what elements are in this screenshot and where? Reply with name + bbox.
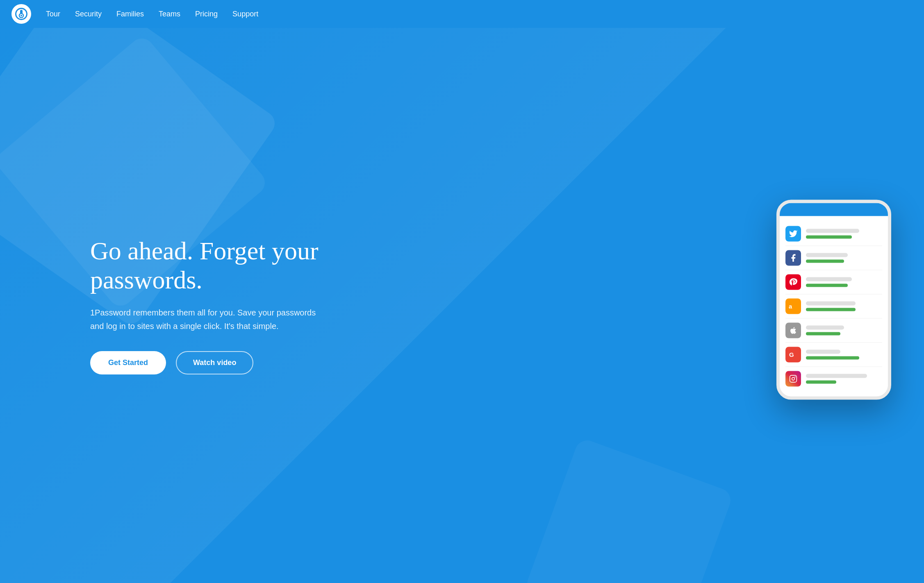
pinterest-details [806,277,882,287]
pinterest-pw-bar [806,284,848,287]
svg-text:G: G [789,351,794,358]
amazon-pw-bar [806,308,856,311]
phone-content: aG [780,216,888,396]
instagram-icon [785,371,801,386]
twitter-pw-bar [806,235,852,238]
hero-section: Go ahead. Forget your passwords. 1Passwo… [0,0,924,583]
password-item-pinterest [785,270,882,294]
watch-video-button[interactable]: Watch video [176,351,253,374]
instagram-name-bar [806,374,867,378]
svg-point-2 [20,15,22,16]
twitter-details [806,229,882,238]
nav-link-support[interactable]: Support [232,10,258,18]
password-item-google: G [785,343,882,367]
password-item-apple [785,318,882,343]
nav-link-families[interactable]: Families [116,10,144,18]
phone-frame: aG [776,200,891,399]
google-icon: G [785,347,801,362]
svg-point-6 [792,377,795,380]
hero-title: Go ahead. Forget your passwords. [90,236,320,295]
geo-decoration-3 [524,437,734,583]
google-name-bar [806,349,840,354]
svg-point-7 [794,376,796,377]
apple-icon [785,322,801,338]
facebook-icon [785,250,801,265]
apple-details [806,325,882,335]
facebook-details [806,253,882,263]
nav-link-pricing[interactable]: Pricing [195,10,218,18]
amazon-name-bar [806,301,856,305]
navbar: TourSecurityFamiliesTeamsPricingSupport [0,0,924,28]
instagram-details [806,374,882,383]
svg-rect-5 [790,375,797,382]
google-pw-bar [806,356,859,359]
password-item-facebook [785,246,882,270]
apple-name-bar [806,325,844,329]
password-item-twitter [785,222,882,246]
twitter-icon [785,226,801,241]
phone-status-bar [780,203,888,216]
apple-pw-bar [806,332,840,335]
nav-links: TourSecurityFamiliesTeamsPricingSupport [46,10,258,18]
twitter-name-bar [806,229,859,233]
nav-link-security[interactable]: Security [75,10,102,18]
nav-link-tour[interactable]: Tour [46,10,60,18]
hero-subtitle: 1Password remembers them all for you. Sa… [90,306,320,333]
amazon-icon: a [785,298,801,314]
facebook-name-bar [806,253,848,257]
facebook-pw-bar [806,259,844,263]
svg-text:a: a [789,303,792,310]
google-details [806,349,882,359]
get-started-button[interactable]: Get Started [90,351,166,374]
hero-content: Go ahead. Forget your passwords. 1Passwo… [0,236,320,375]
nav-link-teams[interactable]: Teams [159,10,180,18]
hero-buttons: Get Started Watch video [90,351,320,374]
pinterest-icon [785,274,801,290]
amazon-details [806,301,882,311]
instagram-pw-bar [806,380,836,383]
logo-icon [15,8,27,20]
phone-mockup: aG [776,200,891,399]
password-item-instagram [785,367,882,390]
password-item-amazon: a [785,294,882,318]
pinterest-name-bar [806,277,852,281]
logo[interactable] [11,4,31,24]
